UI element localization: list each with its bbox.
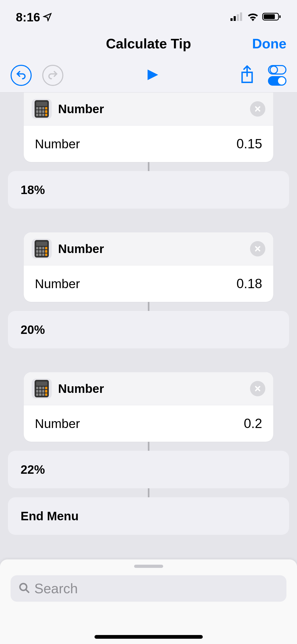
status-bar: 8:16	[0, 0, 297, 29]
status-left: 8:16	[16, 10, 52, 24]
connector-line	[148, 442, 149, 451]
svg-rect-3	[240, 12, 242, 21]
svg-rect-6	[279, 15, 281, 18]
action-body[interactable]: Number 0.2	[24, 405, 273, 442]
status-time: 8:16	[16, 10, 40, 24]
battery-icon	[262, 12, 281, 22]
action-body[interactable]: Number 0.18	[24, 265, 273, 302]
field-value[interactable]: 0.15	[237, 136, 262, 151]
delete-action-button[interactable]	[250, 381, 265, 396]
action-card-number[interactable]: Number Number 0.18	[24, 232, 273, 302]
field-label: Number	[35, 277, 80, 291]
done-button[interactable]: Done	[252, 36, 286, 52]
grabber-handle[interactable]	[134, 565, 163, 568]
settings-toggle-button[interactable]	[268, 65, 286, 86]
undo-button[interactable]	[11, 65, 32, 86]
connector-line	[148, 488, 149, 497]
page-title: Calculate Tip	[106, 36, 191, 52]
action-body[interactable]: Number 0.15	[24, 126, 273, 162]
svg-rect-5	[264, 14, 275, 19]
wifi-icon	[247, 12, 259, 22]
action-card-number[interactable]: Number Number 0.15	[24, 93, 273, 162]
calculator-icon	[32, 379, 52, 399]
menu-end[interactable]: End Menu	[8, 497, 289, 535]
calculator-icon	[32, 239, 52, 259]
action-card-number[interactable]: Number Number 0.2	[24, 372, 273, 442]
home-indicator[interactable]	[95, 635, 203, 639]
delete-action-button[interactable]	[250, 101, 265, 117]
action-header: Number	[24, 372, 273, 405]
field-label: Number	[35, 416, 80, 431]
search-placeholder: Search	[34, 581, 78, 596]
action-header: Number	[24, 232, 273, 265]
svg-rect-1	[234, 16, 236, 21]
field-value[interactable]: 0.18	[237, 276, 262, 291]
calculator-icon	[32, 99, 52, 119]
svg-rect-0	[230, 18, 233, 21]
field-value[interactable]: 0.2	[244, 416, 262, 431]
nav-header: Calculate Tip Done	[0, 29, 297, 58]
menu-case-20[interactable]: 20%	[8, 311, 289, 348]
toolbar	[0, 58, 297, 93]
field-label: Number	[35, 137, 80, 151]
action-title: Number	[58, 102, 244, 116]
workflow-content[interactable]: Number Number 0.15 18% Number Number 0.1…	[0, 93, 297, 566]
svg-rect-2	[237, 14, 239, 21]
menu-case-18[interactable]: 18%	[8, 171, 289, 209]
menu-case-22[interactable]: 22%	[8, 451, 289, 488]
action-title: Number	[58, 242, 244, 256]
status-right	[230, 12, 281, 22]
search-panel[interactable]: Search	[0, 559, 297, 644]
share-button[interactable]	[239, 65, 255, 86]
location-icon	[43, 10, 52, 24]
search-input[interactable]: Search	[11, 575, 286, 602]
toggle-off-icon	[268, 65, 286, 75]
delete-action-button[interactable]	[250, 241, 265, 256]
connector-line	[148, 162, 149, 171]
connector-line	[148, 302, 149, 311]
cellular-icon	[230, 12, 244, 22]
redo-button[interactable]	[42, 65, 63, 86]
play-button[interactable]	[144, 66, 159, 85]
action-title: Number	[58, 381, 244, 396]
toggle-on-icon	[268, 76, 286, 86]
search-icon	[18, 582, 30, 595]
action-header: Number	[24, 93, 273, 126]
